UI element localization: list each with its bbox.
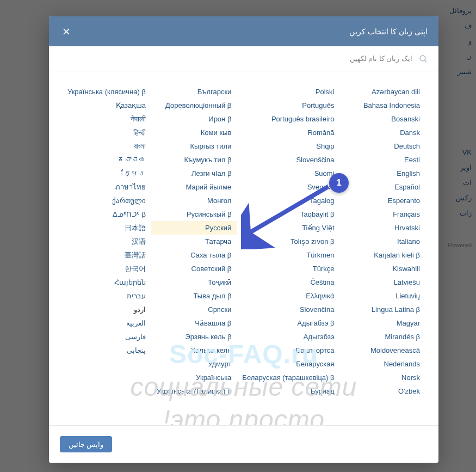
language-option[interactable]: Татарча [151, 235, 237, 248]
language-option[interactable]: Адыгэбзэ [237, 330, 339, 344]
language-option[interactable]: Tolışə zıvon β [237, 235, 339, 248]
language-option[interactable]: Esperanto [340, 194, 425, 207]
close-button[interactable] [60, 25, 73, 38]
language-option[interactable]: Hrvatski [340, 221, 425, 235]
language-option[interactable]: Suomi [237, 167, 339, 180]
language-option[interactable]: Адыгабзэ β [237, 316, 339, 330]
language-option[interactable]: Русский [151, 221, 237, 235]
language-option[interactable]: עברית [62, 289, 151, 303]
language-option[interactable]: Советский β [151, 262, 237, 275]
language-option[interactable]: Русинськый β [151, 207, 237, 221]
language-option[interactable]: Марий йылме [151, 180, 237, 194]
close-icon [62, 27, 71, 36]
language-option[interactable]: Українська (Галицка) β [151, 384, 237, 398]
language-option[interactable]: العربية [62, 316, 151, 330]
language-option[interactable]: Українська [151, 371, 237, 384]
language-option[interactable]: Mirandés β [340, 330, 425, 344]
language-option[interactable]: Қазақша [62, 99, 151, 112]
search-input[interactable] [60, 54, 413, 63]
language-option[interactable]: Тыва дыл β [151, 289, 237, 303]
language-option[interactable]: Azərbaycan dili [340, 85, 425, 99]
language-option[interactable]: Дореволюціонный β [151, 99, 237, 112]
language-option[interactable]: Эрзянь кель β [151, 330, 237, 344]
language-option[interactable]: Moldovenească [340, 344, 425, 357]
language-option[interactable]: ಕನ್ನಡ [62, 153, 151, 167]
language-option[interactable]: Саха тыла β [151, 248, 237, 262]
language-option[interactable]: Taqbaylit β [237, 207, 339, 221]
language-option[interactable]: Română [237, 126, 339, 139]
language-option[interactable]: Türkmen [237, 248, 339, 262]
language-option[interactable]: Slovenčina [237, 303, 339, 316]
language-option[interactable]: Italiano [340, 235, 425, 248]
search-row [49, 46, 438, 71]
language-option[interactable]: Slovenščina [237, 153, 339, 167]
annotation-step-marker: 1 [329, 173, 349, 193]
language-option[interactable]: فارسی [62, 330, 151, 344]
language-option[interactable]: Коми кыв [151, 126, 237, 139]
language-option[interactable]: Dansk [340, 126, 425, 139]
language-option[interactable]: Shqip [237, 139, 339, 153]
language-option[interactable]: Português [237, 99, 339, 112]
language-option[interactable]: Хальмг келн [151, 344, 237, 357]
language-option[interactable]: Беларуская [237, 357, 339, 371]
language-option[interactable]: ត្មែរ [62, 167, 151, 180]
language-option[interactable]: Հայերեն [62, 275, 151, 289]
language-option[interactable]: O'zbek [340, 384, 425, 398]
language-option[interactable]: Українська (клясична) β [62, 85, 151, 99]
language-option[interactable]: 한국어 [62, 262, 151, 275]
language-option[interactable]: Tagalog [237, 194, 339, 207]
language-option[interactable]: Kiswahili [340, 262, 425, 275]
language-option[interactable]: Чӑвашла β [151, 316, 237, 330]
language-option[interactable]: Ελληνικά [237, 289, 339, 303]
language-option[interactable]: Svenska [237, 180, 339, 194]
language-option[interactable]: Lietuvių [340, 289, 425, 303]
language-option[interactable]: Español [340, 180, 425, 194]
language-option[interactable]: ᐃᓄᒃᑎᑐᑦ β [62, 207, 151, 221]
language-option[interactable]: پنجابی [62, 344, 151, 357]
language-option[interactable]: 汉语 [62, 235, 151, 248]
language-option[interactable]: Nederlands [340, 357, 425, 371]
language-option[interactable]: Кыргыз тили [151, 139, 237, 153]
language-option[interactable]: اردو [62, 303, 151, 316]
language-option[interactable]: Norsk [340, 371, 425, 384]
back-button[interactable]: واپس جائیں [60, 436, 112, 452]
language-option[interactable]: English [340, 167, 425, 180]
language-option[interactable]: Français [340, 207, 425, 221]
language-option[interactable]: Deutsch [340, 139, 425, 153]
language-option[interactable]: Português brasileiro [237, 112, 339, 126]
language-option[interactable]: Български [151, 85, 237, 99]
language-option[interactable]: Tiếng Việt [237, 221, 339, 235]
language-option[interactable]: Лезги чІал β [151, 167, 237, 180]
language-option[interactable]: Тоҷикӣ [151, 275, 237, 289]
language-option[interactable]: ქართული [62, 194, 151, 207]
modal-title: اپنی زبان کا انتخاب کریں [349, 27, 428, 36]
language-option[interactable]: 日本語 [62, 221, 151, 235]
language-option[interactable]: Српски [151, 303, 237, 316]
language-option[interactable]: Čeština [237, 275, 339, 289]
language-option[interactable]: हिन्दी [62, 126, 151, 139]
language-option[interactable]: Ирон β [151, 112, 237, 126]
language-option[interactable]: Magyar [340, 316, 425, 330]
language-option[interactable]: Eesti [340, 153, 425, 167]
language-option[interactable]: Башҡортса [237, 344, 339, 357]
language-option[interactable]: Беларуская (тарашкевіца) β [237, 371, 339, 384]
language-modal: اپنی زبان کا انتخاب کریں Soc-FAQ.ru соци… [49, 16, 438, 463]
language-option[interactable]: ภาษาไทย [62, 180, 151, 194]
language-option[interactable]: Удмурт [151, 357, 237, 371]
language-option[interactable]: Къумукъ тил β [151, 153, 237, 167]
language-grid: Soc-FAQ.ru социальные сети это просто! A… [49, 71, 438, 414]
language-option[interactable]: Lingua Latina β [340, 303, 425, 316]
language-option[interactable]: বাংলা [62, 139, 151, 153]
language-option[interactable]: Polski [237, 85, 339, 99]
modal-header: اپنی زبان کا انتخاب کریں [49, 16, 438, 46]
language-option[interactable]: Karjalan kieli β [340, 248, 425, 262]
language-option[interactable]: Bahasa Indonesia [340, 99, 425, 112]
language-option[interactable]: Latviešu [340, 275, 425, 289]
language-option[interactable]: Буряад [237, 384, 339, 398]
language-option[interactable]: 臺灣話 [62, 248, 151, 262]
language-option[interactable]: नेपाली [62, 112, 151, 126]
svg-point-0 [420, 56, 425, 61]
language-option[interactable]: Монгол [151, 194, 237, 207]
language-option[interactable]: Türkçe [237, 262, 339, 275]
language-option[interactable]: Bosanski [340, 112, 425, 126]
